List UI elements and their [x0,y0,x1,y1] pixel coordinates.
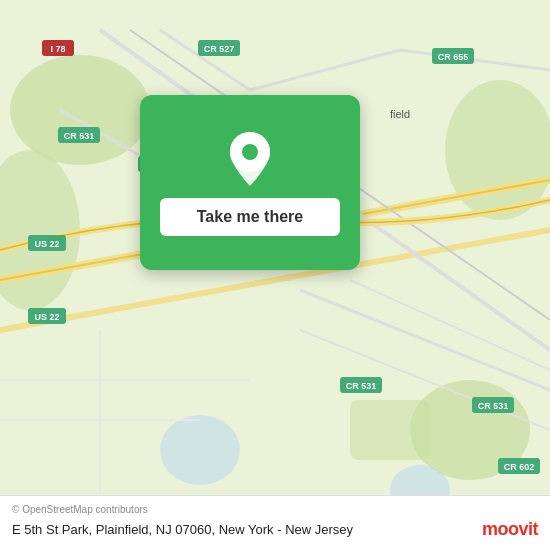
take-me-there-button[interactable]: Take me there [160,198,340,236]
svg-point-4 [160,415,240,485]
location-text: E 5th St Park, Plainfield, NJ 07060, New… [12,522,474,537]
svg-line-14 [400,50,550,70]
svg-line-16 [300,290,550,390]
map-attribution: © OpenStreetMap contributors [12,504,538,515]
svg-text:CR 531: CR 531 [478,401,509,411]
svg-text:CR 531: CR 531 [346,381,377,391]
svg-rect-6 [350,400,430,460]
svg-text:field: field [390,108,410,120]
moovit-logo: moovit [482,519,538,540]
svg-line-13 [250,50,400,90]
moovit-logo-text: moovit [482,519,538,540]
navigation-card: Take me there [140,95,360,270]
map-roads-svg: I 78 CR 527 CR 655 CR 531 US 22 US 22 US… [0,0,550,550]
svg-text:CR 527: CR 527 [204,44,235,54]
svg-point-44 [242,144,258,160]
attribution-text: © OpenStreetMap contributors [12,504,148,515]
svg-text:CR 655: CR 655 [438,52,469,62]
svg-text:CR 531: CR 531 [64,131,95,141]
svg-point-1 [0,150,80,310]
location-row: E 5th St Park, Plainfield, NJ 07060, New… [12,519,538,540]
svg-text:CR 602: CR 602 [504,462,535,472]
svg-line-18 [350,280,550,370]
svg-text:I 78: I 78 [50,44,65,54]
bottom-info-bar: © OpenStreetMap contributors E 5th St Pa… [0,495,550,550]
map-container: I 78 CR 527 CR 655 CR 531 US 22 US 22 US… [0,0,550,550]
location-pin-icon [226,130,274,188]
svg-text:US 22: US 22 [34,312,59,322]
svg-text:US 22: US 22 [34,239,59,249]
